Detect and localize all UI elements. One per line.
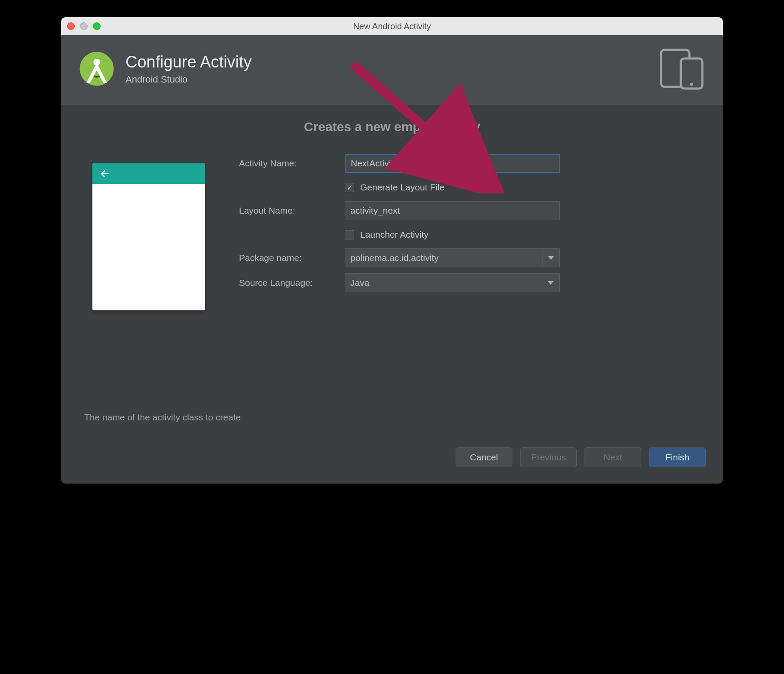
hint-text: The name of the activity class to create <box>84 412 700 423</box>
form: Activity Name: Generate Layout File <box>239 154 700 310</box>
finish-button[interactable]: Finish <box>649 447 706 467</box>
chevron-down-icon <box>548 255 554 261</box>
source-language-combobox[interactable]: Java <box>345 273 560 292</box>
package-name-value: polinema.ac.id.activity <box>350 253 438 263</box>
back-arrow-icon <box>99 168 110 179</box>
phone-preview <box>92 163 205 310</box>
android-studio-logo-icon <box>78 50 115 87</box>
cancel-button[interactable]: Cancel <box>456 447 512 467</box>
devices-icon <box>658 47 706 90</box>
divider <box>84 405 700 405</box>
source-language-value: Java <box>350 278 369 288</box>
section-heading: Creates a new empty activity <box>84 119 700 134</box>
activity-name-input[interactable] <box>345 154 560 173</box>
phone-toolbar <box>92 163 205 184</box>
chevron-down-icon <box>548 280 554 286</box>
activity-preview <box>84 154 213 310</box>
launcher-activity-label: Launcher Activity <box>360 230 429 240</box>
launcher-activity-checkbox[interactable] <box>345 230 354 239</box>
generate-layout-checkbox[interactable] <box>345 183 354 192</box>
svg-point-4 <box>690 83 693 86</box>
layout-name-input[interactable] <box>345 201 560 220</box>
window-title: New Android Activity <box>61 21 723 31</box>
activity-name-label: Activity Name: <box>239 158 345 168</box>
dialog-subtitle: Android Studio <box>126 74 252 85</box>
dialog-header: Configure Activity Android Studio <box>61 35 723 105</box>
layout-name-label: Layout Name: <box>239 205 345 216</box>
source-language-label: Source Language: <box>239 278 345 288</box>
package-name-label: Package name: <box>239 253 345 263</box>
titlebar: New Android Activity <box>61 17 723 35</box>
generate-layout-label: Generate Layout File <box>360 182 444 193</box>
dialog-footer: Cancel Previous Next Finish <box>61 435 723 484</box>
dialog-body: Creates a new empty activity Activity Na… <box>61 105 723 435</box>
dialog-window: New Android Activity Configure Activity … <box>61 17 723 484</box>
next-button[interactable]: Next <box>585 447 641 467</box>
previous-button[interactable]: Previous <box>520 447 577 467</box>
dialog-title: Configure Activity <box>126 53 252 71</box>
package-name-combobox[interactable]: polinema.ac.id.activity <box>345 248 560 267</box>
